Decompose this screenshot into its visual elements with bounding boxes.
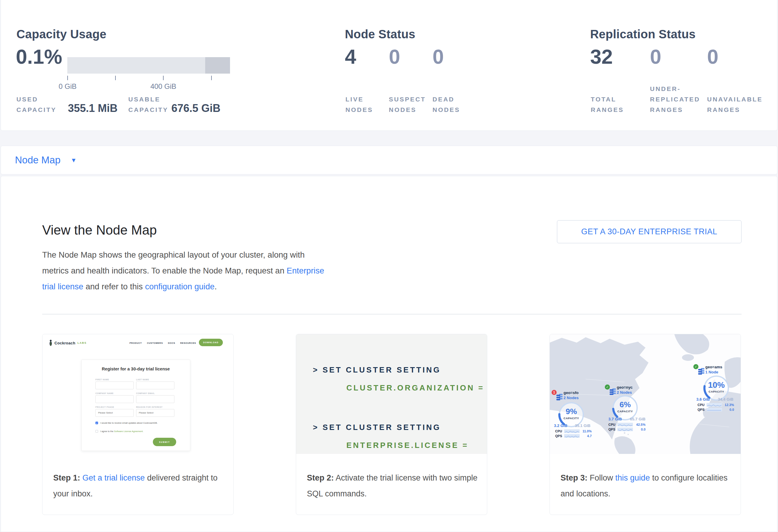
enterprise-trial-license-link[interactable]: Enterprise bbox=[287, 266, 324, 275]
cpu-label: CPU bbox=[608, 423, 615, 427]
step1-card: Cockroach LABS PRODUCT CUSTOMERS DOCS RE… bbox=[42, 334, 234, 515]
sql-statement: > SET CLUSTER SETTING bbox=[313, 365, 441, 375]
gauge-percent: 9% bbox=[557, 407, 585, 416]
get-enterprise-trial-button[interactable]: GET A 30-DAY ENTERPRISE TRIAL bbox=[557, 220, 742, 243]
cockroach-bug-icon bbox=[49, 339, 53, 346]
capacity-axis-label-400: 400 GiB bbox=[145, 82, 181, 91]
description-line2: metrics and health indicators. To enable… bbox=[42, 266, 287, 275]
sql-setting-name: CLUSTER.ORGANIZATION = bbox=[346, 383, 484, 393]
capacity-axis-tick bbox=[211, 76, 212, 80]
download-button: DOWNLOAD bbox=[199, 339, 223, 346]
cluster-summary-panel: Capacity Usage 0.1% 0 GiB 400 GiB USED C… bbox=[1, 0, 777, 131]
step3-prefix: Step 3: bbox=[560, 473, 588, 482]
capacity-nonusable-segment bbox=[205, 57, 230, 74]
healthy-badge-icon: ✓ bbox=[605, 384, 610, 390]
step2-caption: Step 2: Activate the trial license with … bbox=[296, 454, 487, 502]
chevron-down-icon: ▾ bbox=[72, 156, 75, 164]
qps-label: QPS bbox=[555, 434, 562, 438]
cluster-overview-page: Capacity Usage 0.1% 0 GiB 400 GiB USED C… bbox=[0, 0, 778, 532]
capacity-used-value: 3.6 GiB bbox=[696, 397, 710, 401]
cpu-sparkline bbox=[617, 423, 633, 427]
step3-node-map-image: 1 geo=sfo 2 Nodes 9% CAPACITY 3.2 GiB 35… bbox=[550, 334, 741, 454]
capacity-usage-bar bbox=[67, 57, 230, 74]
gauge-capacity-label: CAPACITY bbox=[611, 409, 639, 413]
qps-label: QPS bbox=[608, 428, 615, 431]
live-nodes-label: LIVE NODES bbox=[345, 94, 373, 115]
step1-text bbox=[80, 473, 83, 482]
form-title: Register for a 30-day trial license bbox=[82, 367, 190, 371]
sql-setting-name: ENTERPRISE.LICENSE = bbox=[346, 441, 468, 450]
gauge-percent: 10% bbox=[703, 380, 730, 390]
locality-name: geo=sfo bbox=[563, 390, 578, 395]
used-capacity-label: USED CAPACITY bbox=[16, 94, 57, 115]
email-updates-label: I would like to receive email updates ab… bbox=[100, 422, 158, 424]
step3-text: Follow bbox=[588, 473, 615, 482]
total-ranges-label: TOTAL RANGES bbox=[591, 94, 624, 115]
qps-sparkline bbox=[564, 434, 580, 438]
page-title: View the Node Map bbox=[42, 223, 157, 238]
suspect-nodes-label: SUSPECT NODES bbox=[389, 94, 426, 115]
nav-item-product: PRODUCT bbox=[130, 342, 142, 345]
under-replicated-ranges-label: UNDER- REPLICATED RANGES bbox=[650, 83, 700, 115]
this-guide-link[interactable]: this guide bbox=[615, 473, 650, 482]
reason-for-interest-label: REASON FOR INTEREST bbox=[136, 406, 163, 408]
suspect-nodes-count: 0 bbox=[389, 47, 400, 67]
used-capacity-value: 355.1 MiB bbox=[68, 102, 118, 114]
unavailable-ranges-label: UNAVAILABLE RANGES bbox=[707, 94, 763, 115]
node-map-promo-section: View the Node Map The Node Map shows the… bbox=[1, 176, 777, 532]
cpu-value: 42.5% bbox=[634, 423, 645, 427]
unchecked-checkbox-icon bbox=[95, 430, 98, 433]
error-badge-icon: 1 bbox=[552, 390, 557, 395]
step3-card: 1 geo=sfo 2 Nodes 9% CAPACITY 3.2 GiB 35… bbox=[549, 334, 741, 515]
company-name-field bbox=[95, 395, 134, 403]
node-map-dropdown[interactable]: Node Map ▾ bbox=[15, 154, 75, 166]
step1-screenshot: Cockroach LABS PRODUCT CUSTOMERS DOCS RE… bbox=[43, 334, 233, 470]
license-agreement-text: I agree to the bbox=[100, 430, 114, 433]
step2-sql-snippet: > SET CLUSTER SETTING CLUSTER.ORGANIZATI… bbox=[296, 334, 487, 454]
database-nodes-icon bbox=[556, 393, 563, 401]
capacity-used-value: 3.7 GiB bbox=[608, 417, 622, 421]
license-agreement-label: I agree to the Software License Agreemen… bbox=[100, 430, 143, 433]
qps-sparkline bbox=[706, 408, 722, 411]
configuration-guide-link[interactable]: configuration guide bbox=[145, 282, 215, 291]
cpu-sparkline bbox=[564, 429, 580, 433]
capacity-axis-label-0: 0 GiB bbox=[50, 82, 86, 91]
reason-for-interest-select: Please Select bbox=[136, 409, 174, 417]
get-trial-license-link[interactable]: Get a trial license bbox=[83, 473, 145, 482]
healthy-badge-icon: ✓ bbox=[693, 364, 698, 369]
qps-label: QPS bbox=[698, 408, 704, 411]
qps-value: 0.0 bbox=[634, 428, 645, 431]
last-name-label: LAST NAME bbox=[136, 379, 149, 381]
node-status-title: Node Status bbox=[345, 27, 415, 41]
capacity-used-value: 3.2 GiB bbox=[554, 424, 567, 428]
live-nodes-count: 4 bbox=[345, 47, 356, 67]
capacity-usage-percent: 0.1% bbox=[16, 47, 62, 67]
capacity-total-value: 35.1 GiB bbox=[574, 424, 591, 428]
brand-suffix: LABS bbox=[77, 341, 87, 345]
cpu-value: 11.0% bbox=[580, 429, 592, 433]
step2-prefix: Step 2: bbox=[307, 473, 334, 482]
first-name-field bbox=[95, 381, 134, 389]
locality-node-count: 2 Nodes bbox=[563, 395, 579, 400]
brand-name: Cockroach bbox=[55, 341, 75, 345]
step3-caption: Step 3: Follow this guide to configure l… bbox=[550, 454, 741, 502]
capacity-total-value: 34.4 GiB bbox=[717, 397, 733, 401]
license-agreement-checkbox-row: I agree to the Software License Agreemen… bbox=[95, 430, 143, 433]
first-name-label: FIRST NAME bbox=[95, 379, 109, 381]
cpu-label: CPU bbox=[555, 429, 562, 433]
capacity-axis-tick bbox=[163, 76, 164, 80]
node-map-description: The Node Map shows the geographical layo… bbox=[42, 247, 335, 294]
company-email-label: COMPANY EMAIL bbox=[136, 392, 155, 394]
dead-nodes-count: 0 bbox=[433, 47, 444, 67]
gauge-capacity-label: CAPACITY bbox=[557, 416, 585, 420]
enterprise-trial-license-link[interactable]: trial license bbox=[42, 282, 83, 291]
last-name-field bbox=[136, 381, 174, 389]
locality-node-count: 1 Node bbox=[705, 370, 718, 374]
database-nodes-icon bbox=[698, 368, 705, 375]
step1-prefix: Step 1: bbox=[53, 473, 80, 482]
description-line3: and refer to this bbox=[83, 282, 145, 291]
locality-name: geo=ams bbox=[705, 365, 722, 369]
mini-site-nav: PRODUCT CUSTOMERS DOCS RESOURCES BLOG bbox=[130, 342, 209, 345]
company-name-label: COMPANY NAME bbox=[95, 392, 114, 394]
qps-sparkline bbox=[617, 428, 633, 431]
